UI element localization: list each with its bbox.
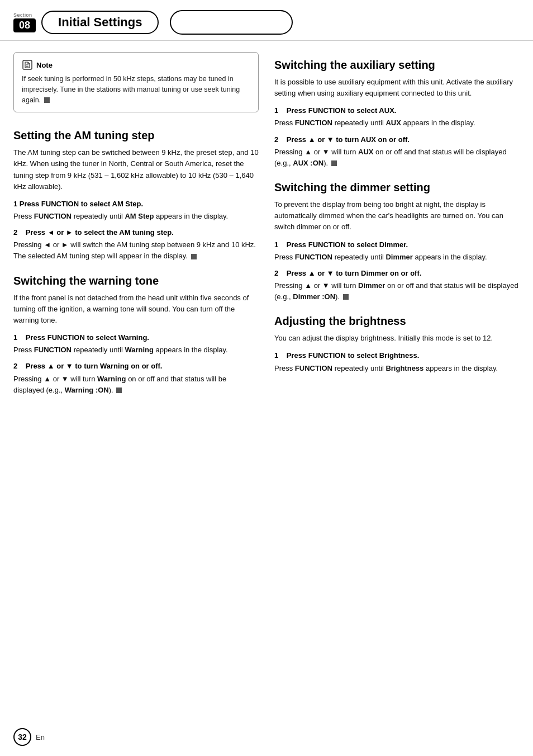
dimmer-section: Switching the dimmer setting To prevent … — [274, 180, 520, 303]
dimmer-intro: To prevent the display from being too br… — [274, 199, 520, 233]
page-lang: En — [36, 733, 45, 741]
brightness-step1-body: Press FUNCTION repeatedly until Brightne… — [274, 363, 520, 374]
aux-step1-heading: 1 Press FUNCTION to select AUX. — [274, 106, 520, 116]
stop-icon-5 — [343, 294, 349, 300]
aux-step1-body: Press FUNCTION repeatedly until AUX appe… — [274, 117, 520, 129]
section-label: Section — [13, 12, 32, 18]
brightness-intro: You can adjust the display brightness. I… — [274, 333, 520, 344]
page: Section 08 Initial Settings — [0, 0, 533, 756]
stop-icon-2 — [191, 254, 197, 259]
main-content: Note If seek tuning is performed in 50 k… — [0, 41, 533, 424]
dimmer-step2-body: Pressing ▲ or ▼ will turn Dimmer on or o… — [274, 280, 520, 303]
right-column: Switching the auxiliary setting It is po… — [274, 46, 520, 401]
warning-tone-section: Switching the warning tone If the front … — [13, 273, 259, 396]
page-number: 32 — [13, 728, 31, 746]
section-number: 08 — [13, 18, 36, 32]
stop-icon-3 — [116, 388, 122, 393]
dimmer-title: Switching the dimmer setting — [274, 180, 520, 195]
aux-title: Switching the auxiliary setting — [274, 58, 520, 72]
warning-step-2: 2 Press ▲ or ▼ to turn Warning on or off… — [13, 361, 259, 395]
note-box: Note If seek tuning is performed in 50 k… — [13, 52, 259, 112]
note-label: Note — [36, 61, 53, 69]
page-title: Initial Settings — [41, 11, 159, 34]
aux-section: Switching the auxiliary setting It is po… — [274, 58, 520, 169]
section-badge: Section 08 — [13, 12, 36, 32]
note-text: If seek tuning is performed in 50 kHz st… — [22, 74, 250, 105]
footer: 32 En — [13, 728, 45, 746]
warning-step2-heading: 2 Press ▲ or ▼ to turn Warning on or off… — [13, 361, 259, 371]
dimmer-step2-heading: 2 Press ▲ or ▼ to turn Dimmer on or off. — [274, 268, 520, 278]
warning-step1-heading: 1 Press FUNCTION to select Warning. — [13, 333, 259, 343]
brightness-section: Adjusting the brightness You can adjust … — [274, 314, 520, 374]
am-step1-body: Press FUNCTION repeatedly until AM Step … — [13, 211, 259, 222]
am-step1-heading: 1 Press FUNCTION to select AM Step. — [13, 199, 259, 209]
warning-step1-body: Press FUNCTION repeatedly until Warning … — [13, 344, 259, 356]
stop-icon — [44, 97, 50, 103]
warning-step2-body: Pressing ▲ or ▼ will turn Warning on or … — [13, 374, 259, 396]
left-column: Note If seek tuning is performed in 50 k… — [13, 46, 259, 401]
header: Section 08 Initial Settings — [0, 0, 533, 41]
am-step2-body: Pressing ◄ or ► will switch the AM tunin… — [13, 239, 259, 262]
note-header: Note — [22, 59, 250, 70]
brightness-step-1: 1 Press FUNCTION to select Brightness. P… — [274, 351, 520, 374]
am-step-2: 2 Press ◄ or ► to select the AM tuning s… — [13, 228, 259, 262]
dimmer-step-2: 2 Press ▲ or ▼ to turn Dimmer on or off.… — [274, 268, 520, 303]
am-tuning-title: Setting the AM tuning step — [13, 128, 259, 143]
brightness-step1-heading: 1 Press FUNCTION to select Brightness. — [274, 351, 520, 361]
am-step2-heading: 2 Press ◄ or ► to select the AM tuning s… — [13, 228, 259, 238]
aux-intro: It is possible to use auxiliary equipmen… — [274, 77, 520, 99]
aux-step2-body: Pressing ▲ or ▼ will turn AUX on or off … — [274, 147, 520, 169]
am-step-1: 1 Press FUNCTION to select AM Step. Pres… — [13, 199, 259, 222]
brightness-title: Adjusting the brightness — [274, 314, 520, 328]
dimmer-step1-body: Press FUNCTION repeatedly until Dimmer a… — [274, 252, 520, 263]
note-icon — [22, 59, 33, 70]
warning-tone-title: Switching the warning tone — [13, 273, 259, 288]
warning-tone-intro: If the front panel is not detached from … — [13, 292, 259, 326]
warning-step-1: 1 Press FUNCTION to select Warning. Pres… — [13, 333, 259, 356]
stop-icon-4 — [331, 160, 337, 166]
dimmer-step-1: 1 Press FUNCTION to select Dimmer. Press… — [274, 240, 520, 263]
header-right-pill — [170, 10, 293, 35]
aux-step2-heading: 2 Press ▲ or ▼ to turn AUX on or off. — [274, 135, 520, 145]
am-tuning-section: Setting the AM tuning step The AM tuning… — [13, 128, 259, 262]
am-tuning-intro: The AM tuning step can be switched betwe… — [13, 147, 259, 192]
aux-step-1: 1 Press FUNCTION to select AUX. Press FU… — [274, 106, 520, 129]
aux-step-2: 2 Press ▲ or ▼ to turn AUX on or off. Pr… — [274, 135, 520, 169]
dimmer-step1-heading: 1 Press FUNCTION to select Dimmer. — [274, 240, 520, 250]
